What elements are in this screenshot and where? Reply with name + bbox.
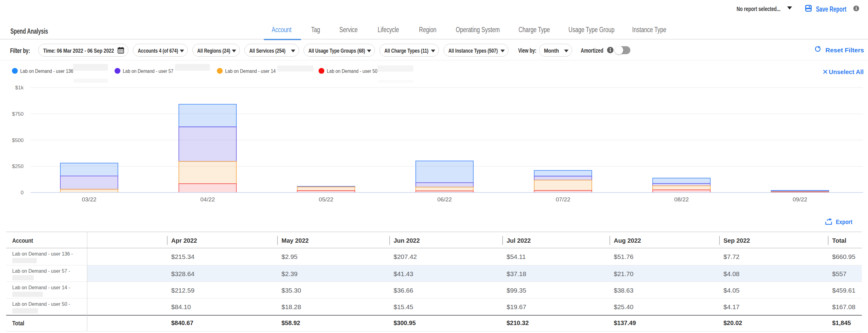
svg-text:07/22: 07/22 <box>556 196 570 203</box>
svg-text:$1k: $1k <box>15 85 24 91</box>
svg-text:03/22: 03/22 <box>82 196 96 203</box>
svg-text:04/22: 04/22 <box>200 196 215 203</box>
svg-text:06/22: 06/22 <box>437 196 452 203</box>
svg-text:0: 0 <box>21 190 24 196</box>
svg-text:09/22: 09/22 <box>793 196 807 203</box>
svg-text:08/22: 08/22 <box>674 196 689 203</box>
svg-text:05/22: 05/22 <box>319 196 334 203</box>
svg-text:$750: $750 <box>12 111 24 117</box>
svg-text:$500: $500 <box>12 137 24 143</box>
svg-text:$250: $250 <box>12 163 24 169</box>
